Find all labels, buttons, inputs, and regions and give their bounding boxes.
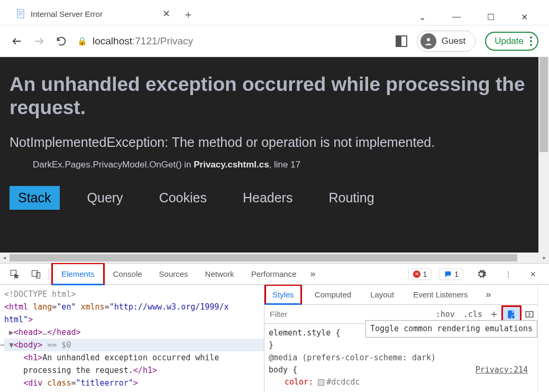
cls-toggle[interactable]: .cls — [459, 307, 487, 321]
error-stack-line: DarkEx.Pages.PrivacyModel.OnGet() in Pri… — [10, 160, 529, 170]
styles-tab-styles[interactable]: Styles — [264, 285, 302, 305]
styles-rules[interactable]: Toggle common rendering emulations eleme… — [264, 324, 537, 391]
new-tab-button[interactable]: ＋ — [178, 4, 199, 25]
dom-div[interactable]: <div class="titleerror"> — [4, 377, 264, 389]
tab-close-icon[interactable]: ✕ — [162, 8, 170, 20]
error-tab-headers[interactable]: Headers — [234, 186, 301, 210]
devtools-tab-performance[interactable]: Performance — [243, 264, 305, 284]
tabs-overflow-icon[interactable]: » — [305, 264, 321, 284]
styles-filter-input[interactable] — [264, 306, 432, 322]
svg-point-4 — [427, 38, 430, 41]
devtools-tab-console[interactable]: Console — [105, 264, 151, 284]
url-host: localhost — [93, 35, 132, 46]
back-button[interactable] — [11, 35, 23, 48]
svg-rect-0 — [17, 10, 24, 18]
devtools-close-icon[interactable]: ✕ — [525, 266, 542, 283]
browser-titlebar: Internal Server Error ✕ ＋ ⌄ — ☐ ✕ — [0, 0, 549, 25]
error-tab-cookies[interactable]: Cookies — [151, 186, 215, 210]
error-page: An unhandled exception occurred while pr… — [0, 57, 538, 253]
tab-title: Internal Server Error — [31, 10, 157, 18]
minimize-icon[interactable]: — — [452, 12, 461, 22]
profile-chip[interactable]: Guest — [417, 31, 475, 52]
error-tab-query[interactable]: Query — [79, 186, 132, 210]
reader-mode-icon[interactable] — [396, 35, 407, 47]
dom-body-selected[interactable]: ⋯ ▼<body> == $0 — [4, 339, 264, 351]
devtools-tab-network[interactable]: Network — [197, 264, 243, 284]
rule-media: @media (prefers-color-scheme: dark) — [269, 352, 533, 364]
close-window-icon[interactable]: ✕ — [521, 12, 528, 22]
reload-button[interactable] — [55, 35, 68, 48]
error-count-badge[interactable]: ✕1 — [408, 268, 432, 280]
update-label: Update — [495, 36, 524, 46]
source-link[interactable]: Privacy:214 — [475, 364, 528, 376]
page-favicon — [16, 9, 25, 18]
rule-color[interactable]: color: #dcdcdc — [269, 376, 533, 388]
dom-doctype: <!DOCTYPE html> — [4, 288, 264, 301]
right-gutter — [537, 285, 549, 392]
address-bar[interactable]: 🔒 localhost:7121/Privacy — [77, 35, 386, 47]
device-toggle-icon[interactable] — [25, 265, 47, 284]
page-viewport: An unhandled exception occurred while pr… — [0, 57, 549, 253]
rule-body: body { — [269, 365, 297, 375]
rendering-tooltip: Toggle common rendering emulations — [365, 320, 537, 338]
inspect-element-icon[interactable] — [4, 265, 25, 284]
chevron-down-icon[interactable]: ⌄ — [419, 12, 426, 22]
error-tabs: Stack Query Cookies Headers Routing — [10, 186, 529, 210]
window-controls: ⌄ — ☐ ✕ — [419, 9, 549, 25]
horizontal-scrollbar[interactable] — [0, 253, 549, 263]
update-button[interactable]: Update — [485, 32, 538, 51]
svg-rect-6 — [32, 270, 38, 276]
styles-tab-eventlisteners[interactable]: Event Listeners — [407, 286, 474, 303]
error-heading: An unhandled exception occurred while pr… — [10, 73, 529, 120]
dom-h1[interactable]: <h1>An unhandled exception occurred whil… — [4, 351, 264, 377]
svg-point-8 — [511, 315, 515, 319]
styles-panel: Styles Computed Layout Event Listeners »… — [264, 285, 537, 392]
dom-html: <html lang="en" xmlns="http://www.w3.org… — [4, 301, 264, 326]
computed-sidebar-icon[interactable] — [521, 307, 537, 321]
svg-rect-7 — [36, 272, 40, 278]
devtools-tabbar: Elements Console Sources Network Perform… — [0, 264, 549, 285]
browser-toolbar: 🔒 localhost:7121/Privacy Guest Update — [0, 25, 549, 57]
error-tab-routing[interactable]: Routing — [320, 186, 382, 210]
browser-tab[interactable]: Internal Server Error ✕ — [8, 3, 178, 25]
forward-button[interactable] — [33, 35, 45, 48]
devtools: Elements Console Sources Network Perform… — [0, 263, 549, 392]
devtools-body: <!DOCTYPE html> <html lang="en" xmlns="h… — [0, 285, 549, 392]
kebab-menu-icon[interactable]: ⋮ — [499, 266, 517, 283]
error-tab-stack[interactable]: Stack — [10, 186, 60, 210]
lock-icon: 🔒 — [77, 36, 87, 46]
styles-tabs-overflow-icon[interactable]: » — [481, 285, 497, 304]
dom-head[interactable]: ▶<head>…</head> — [4, 326, 264, 339]
profile-label: Guest — [442, 36, 465, 46]
dom-tree-panel[interactable]: <!DOCTYPE html> <html lang="en" xmlns="h… — [0, 285, 264, 392]
devtools-tab-elements[interactable]: Elements — [51, 263, 105, 285]
kebab-icon — [530, 36, 532, 46]
avatar-icon — [420, 33, 436, 49]
url-path: :7121/Privacy — [132, 35, 193, 46]
svg-rect-9 — [526, 311, 533, 317]
error-exception: NotImplementedException: The method or o… — [10, 135, 529, 150]
maximize-icon[interactable]: ☐ — [487, 12, 495, 22]
vertical-scrollbar[interactable] — [538, 57, 549, 253]
styles-tab-layout[interactable]: Layout — [364, 286, 400, 303]
styles-tabbar: Styles Computed Layout Event Listeners » — [264, 285, 537, 305]
styles-tab-computed[interactable]: Computed — [308, 286, 358, 303]
new-style-rule-icon[interactable] — [487, 308, 501, 321]
message-count-badge[interactable]: 1 — [439, 268, 463, 280]
settings-icon[interactable] — [471, 265, 492, 284]
hov-toggle[interactable]: :hov — [432, 307, 459, 321]
devtools-tab-sources[interactable]: Sources — [151, 264, 197, 284]
